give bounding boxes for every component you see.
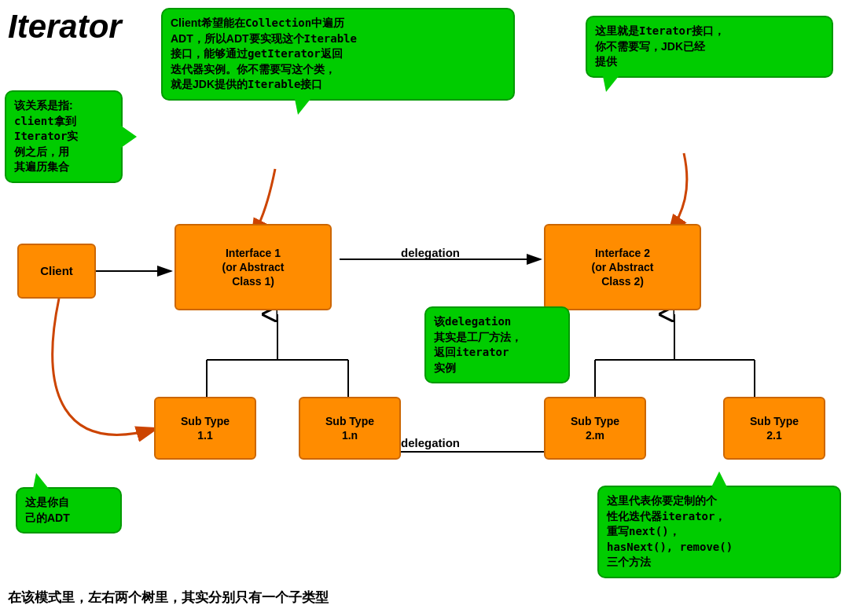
delegation-bottom-label: delegation — [401, 436, 460, 449]
callout-bottomleft: 这是你自己的ADT — [16, 487, 122, 534]
callout-topmid: Client希望能在Collection中遍历ADT，所以ADT要实现这个Ite… — [161, 8, 515, 101]
subtype21-box: Sub Type2.1 — [723, 397, 825, 460]
callout-bottomright: 这里代表你要定制的个性化迭代器iterator，重写next()，hasNext… — [597, 486, 841, 578]
callout-topmid-text: Client希望能在Collection中遍历ADT，所以ADT要实现这个Ite… — [171, 16, 357, 90]
callout-bottomright-text: 这里代表你要定制的个性化迭代器iterator，重写next()，hasNext… — [607, 494, 733, 568]
callout-bottomleft-text: 这是你自己的ADT — [25, 496, 70, 524]
callout-topleft: 该关系是指:client拿到Iterator实例之后，用其遍历集合 — [5, 90, 123, 183]
subtype2m-box: Sub Type2.m — [544, 397, 646, 460]
callout-topright: 这里就是Iterator接口，你不需要写，JDK已经提供 — [586, 16, 833, 78]
subtype1n-box: Sub Type1.n — [299, 397, 401, 460]
interface1-label: Interface 1(or AbstractClass 1) — [222, 246, 285, 289]
subtype21-label: Sub Type2.1 — [750, 414, 799, 442]
interface1-box: Interface 1(or AbstractClass 1) — [175, 224, 332, 310]
subtype1n-label: Sub Type1.n — [325, 414, 374, 442]
subtype2m-label: Sub Type2.m — [571, 414, 619, 442]
page-title: Iterator — [8, 8, 122, 46]
interface2-label: Interface 2(or AbstractClass 2) — [592, 246, 654, 289]
callout-midcenter: 该delegation其实是工厂方法，返回iterator实例 — [424, 306, 570, 383]
delegation-top-label: delegation — [401, 246, 460, 259]
bottom-text: 在该模式里，左右两个树里，其实分别只有一个子类型 — [8, 588, 329, 607]
subtype11-label: Sub Type1.1 — [181, 414, 230, 442]
page: Iterator — [0, 0, 867, 616]
client-box: Client — [17, 244, 96, 299]
callout-midcenter-text: 该delegation其实是工厂方法，返回iterator实例 — [434, 315, 522, 374]
interface2-box: Interface 2(or AbstractClass 2) — [544, 224, 701, 310]
callout-topright-text: 这里就是Iterator接口，你不需要写，JDK已经提供 — [595, 24, 725, 68]
subtype11-box: Sub Type1.1 — [154, 397, 256, 460]
callout-topleft-text: 该关系是指:client拿到Iterator实例之后，用其遍历集合 — [14, 99, 78, 173]
